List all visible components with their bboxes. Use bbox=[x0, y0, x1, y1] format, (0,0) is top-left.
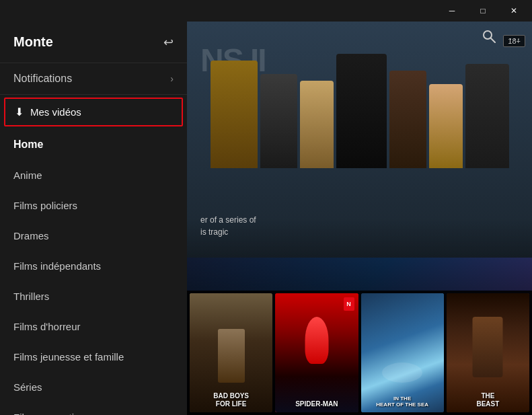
more-options-icon[interactable]: ··· bbox=[509, 33, 521, 44]
title-bar-controls: ─ □ ✕ bbox=[436, 0, 529, 22]
close-button[interactable]: ✕ bbox=[498, 0, 529, 22]
hero-line2: is tragic bbox=[200, 227, 228, 237]
download-icon: ⬇ bbox=[15, 106, 24, 118]
anime-label: Anime bbox=[13, 169, 42, 181]
sidebar-item-films-jeunesse[interactable]: Films jeunesse et famille bbox=[0, 342, 187, 372]
my-videos-label: Mes vidéos bbox=[30, 106, 81, 118]
search-icon[interactable] bbox=[482, 30, 496, 46]
title-bar: ─ □ ✕ bbox=[0, 0, 532, 22]
sidebar-title: Monte bbox=[13, 34, 53, 50]
character-figure bbox=[336, 54, 387, 168]
sidebar-item-films-policiers[interactable]: Films policiers bbox=[0, 190, 187, 221]
notifications-label: Notifications bbox=[13, 73, 72, 85]
svg-line-1 bbox=[491, 38, 495, 42]
back-icon[interactable]: ↩ bbox=[163, 35, 174, 50]
thumbnail-badboys[interactable]: BAD BOYS FOR LIFE bbox=[190, 293, 272, 412]
thrillers-label: Thrillers bbox=[13, 291, 49, 302]
thumbnail-beast-label: THE BEAST bbox=[447, 392, 529, 408]
top-bar: ··· bbox=[471, 22, 532, 54]
sidebar-header: Monte ↩ bbox=[0, 22, 187, 63]
thumbnail-spiderman[interactable]: N SPIDER-MAN bbox=[275, 293, 358, 412]
sidebar-item-my-videos[interactable]: ⬇ Mes vidéos bbox=[4, 98, 183, 126]
character-figure bbox=[300, 81, 334, 168]
character-figure bbox=[260, 74, 297, 168]
films-independants-label: Films indépendants bbox=[13, 260, 101, 272]
sidebar-item-series[interactable]: Séries bbox=[0, 372, 187, 402]
sidebar-item-notifications[interactable]: Notifications › bbox=[0, 63, 187, 95]
series-label: Séries bbox=[13, 381, 42, 393]
maximize-button[interactable]: □ bbox=[467, 0, 498, 22]
character-figure bbox=[211, 61, 258, 168]
hero-subtitle: er of a series of is tragic bbox=[200, 214, 256, 238]
svg-point-0 bbox=[484, 31, 492, 39]
sidebar-item-home[interactable]: Home bbox=[0, 129, 187, 160]
films-horreur-label: Films d'horreur bbox=[13, 321, 81, 332]
chevron-right-icon: › bbox=[170, 73, 174, 84]
sidebar-item-anime[interactable]: Anime bbox=[0, 160, 187, 190]
drames-label: Drames bbox=[13, 230, 49, 241]
sidebar-item-films-romantiques[interactable]: Films romantiques bbox=[0, 402, 187, 415]
films-jeunesse-label: Films jeunesse et famille bbox=[13, 351, 124, 363]
sidebar-nav: Notifications › ⬇ Mes vidéos Home Anime … bbox=[0, 63, 187, 415]
thumbnail-spiderman-label: SPIDER-MAN bbox=[275, 400, 358, 408]
sidebar-item-films-horreur[interactable]: Films d'horreur bbox=[0, 311, 187, 342]
character-figure bbox=[389, 71, 426, 168]
character-figure bbox=[465, 64, 509, 168]
minimize-button[interactable]: ─ bbox=[436, 0, 467, 22]
sidebar-item-thrillers[interactable]: Thrillers bbox=[0, 281, 187, 311]
app-container: Monte ↩ Notifications › ⬇ Mes vidéos Hom… bbox=[0, 22, 532, 415]
content-area: ··· NS II er of a series of is tragi bbox=[187, 22, 532, 415]
thumbnail-beast[interactable]: THE BEAST bbox=[447, 293, 529, 412]
films-romantiques-label: Films romantiques bbox=[13, 412, 96, 415]
thumbnail-badboys-label: BAD BOYS FOR LIFE bbox=[190, 392, 272, 408]
sidebar: Monte ↩ Notifications › ⬇ Mes vidéos Hom… bbox=[0, 22, 187, 415]
hero-line1: er of a series of bbox=[200, 215, 256, 225]
sidebar-item-drames[interactable]: Drames bbox=[0, 221, 187, 251]
hero-section: ··· NS II er of a series of is tragi bbox=[187, 22, 532, 415]
sidebar-item-films-independants[interactable]: Films indépendants bbox=[0, 251, 187, 281]
home-label: Home bbox=[13, 139, 43, 151]
netflix-badge: N bbox=[344, 297, 354, 311]
thumbnails-row: BAD BOYS FOR LIFE N SPIDER-MAN IN THE HE… bbox=[187, 291, 532, 415]
character-figure bbox=[429, 84, 463, 168]
films-policiers-label: Films policiers bbox=[13, 200, 77, 211]
thumbnail-heartofthesea-label: IN THE HEART OF THE SEA bbox=[361, 395, 444, 408]
thumbnail-heartofthesea[interactable]: IN THE HEART OF THE SEA bbox=[361, 293, 444, 412]
